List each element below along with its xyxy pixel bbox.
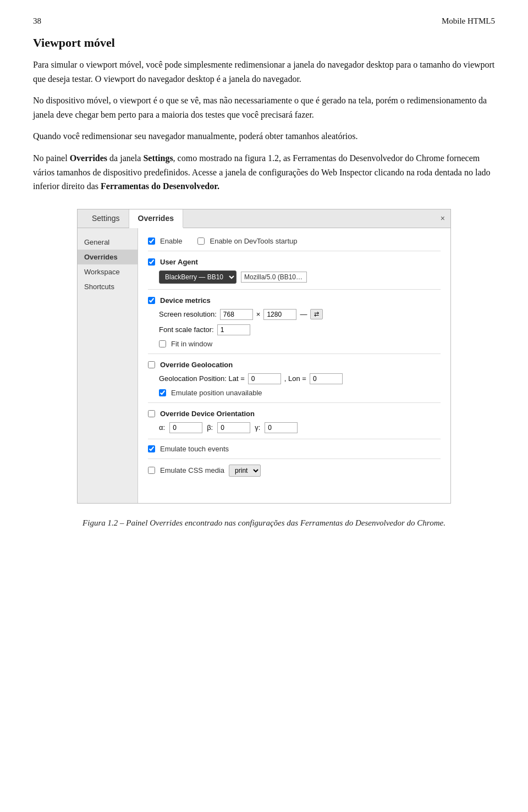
emulate-touch-label[interactable]: Emulate touch events — [148, 445, 229, 453]
enable-startup-text: Enable on DevTools startup — [210, 237, 297, 245]
enable-startup-checkbox[interactable] — [197, 237, 205, 245]
emulate-unavail-checkbox[interactable] — [159, 389, 166, 396]
ua-string: Mozilla/5.0 (BB10; Tou — [241, 272, 307, 283]
geoloc-pos-row: Geolocation Position: Lat = , Lon = — [159, 373, 441, 384]
close-button[interactable]: × — [441, 214, 445, 223]
font-scale-row: Font scale factor: — [159, 324, 441, 335]
emulate-touch-row: Emulate touch events — [148, 445, 441, 453]
emulate-touch-text: Emulate touch events — [160, 445, 229, 453]
enable-startup-label[interactable]: Enable on DevTools startup — [197, 237, 297, 245]
section-title: Viewport móvel — [33, 36, 495, 50]
settings-panel: × Settings Overrides General Overrides W… — [77, 209, 451, 504]
geoloc-lon-input[interactable] — [310, 373, 343, 384]
geoloc-lat-input[interactable] — [248, 373, 281, 384]
font-scale-input[interactable] — [217, 324, 250, 335]
paragraph-3: Quando você redimensionar seu navegador … — [33, 129, 495, 143]
figure-label: Figura 1.2 — [82, 518, 118, 527]
divider-5 — [148, 439, 441, 439]
fit-window-row: Fit in window — [159, 340, 441, 348]
geoloc-pos-label: Geolocation Position: Lat = — [159, 374, 245, 383]
fit-window-label[interactable]: Fit in window — [159, 340, 212, 348]
page-header: 38 Mobile HTML5 — [33, 16, 495, 26]
user-agent-checkbox[interactable] — [148, 258, 155, 266]
resolution-row: Screen resolution: × — ⇄ — [159, 309, 441, 320]
screen-res-label: Screen resolution: — [159, 310, 217, 318]
enable-row: Enable Enable on DevTools startup — [148, 237, 441, 245]
gamma-input[interactable] — [265, 422, 298, 433]
page-number: 38 — [33, 16, 41, 26]
geoloc-checkbox[interactable] — [148, 361, 155, 368]
figure-caption: Figura 1.2 – Painel Overrides encontrado… — [33, 517, 495, 529]
geoloc-lon-label: , Lon = — [284, 374, 306, 383]
bold-settings: Settings — [143, 153, 173, 163]
paragraph-2: No dispositivo móvel, o viewport é o que… — [33, 93, 495, 121]
emulate-unavail-label[interactable]: Emulate position unavailable — [159, 389, 262, 397]
paragraph-1: Para simular o viewport móvel, você pode… — [33, 58, 495, 86]
tab-settings[interactable]: Settings — [83, 209, 129, 228]
figure-text: – Painel Overrides encontrado nas config… — [118, 518, 446, 527]
divider-3 — [148, 353, 441, 354]
book-title: Mobile HTML5 — [442, 16, 495, 26]
user-agent-label: User Agent — [160, 258, 198, 266]
resolution-x-label: × — [256, 310, 261, 318]
sidebar-item-shortcuts[interactable]: Shortcuts — [78, 279, 138, 294]
fit-window-text: Fit in window — [171, 340, 212, 348]
panel-content: Enable Enable on DevTools startup User A… — [138, 228, 450, 503]
paragraph-4: No painel Overrides da janela Settings, … — [33, 151, 495, 194]
emulate-unavail-text: Emulate position unavailable — [171, 389, 262, 397]
font-scale-label: Font scale factor: — [159, 325, 214, 334]
orientation-checkbox[interactable] — [148, 410, 155, 417]
divider-1 — [148, 251, 441, 251]
bold-ferramentas: Ferramentas do Desenvolvedor. — [101, 181, 219, 191]
enable-text: Enable — [160, 237, 182, 245]
panel-body: General Overrides Workspace Shortcuts En… — [78, 228, 450, 503]
divider-4 — [148, 402, 441, 403]
orientation-section: Override Device Orientation — [148, 410, 441, 418]
alpha-input[interactable] — [169, 422, 202, 433]
sidebar-item-overrides[interactable]: Overrides — [78, 250, 138, 264]
enable-checkbox[interactable] — [148, 237, 155, 245]
device-metrics-section: Device metrics — [148, 296, 441, 305]
emulate-touch-checkbox[interactable] — [148, 445, 155, 452]
bold-overrides: Overrides — [70, 153, 107, 163]
geoloc-section: Override Geolocation — [148, 361, 441, 369]
tab-overrides[interactable]: Overrides — [129, 209, 183, 228]
resolution-width-input[interactable] — [220, 309, 253, 320]
enable-label[interactable]: Enable — [148, 237, 182, 245]
device-metrics-checkbox[interactable] — [148, 297, 155, 304]
css-media-dropdown[interactable]: print — [229, 465, 261, 477]
swap-button[interactable]: ⇄ — [310, 309, 323, 319]
sidebar-item-workspace[interactable]: Workspace — [78, 264, 138, 279]
geoloc-label: Override Geolocation — [160, 361, 233, 369]
alpha-label: α: — [159, 423, 165, 432]
user-agent-section: User Agent — [148, 258, 441, 266]
orientation-values-row: α: β: γ: — [159, 422, 441, 433]
divider-6 — [148, 459, 441, 459]
device-metrics-label: Device metrics — [160, 296, 211, 305]
emulate-css-label[interactable]: Emulate CSS media — [148, 466, 224, 474]
emulate-unavail-row: Emulate position unavailable — [159, 389, 441, 397]
fit-window-checkbox[interactable] — [159, 340, 166, 347]
orientation-label: Override Device Orientation — [160, 410, 255, 418]
gamma-label: γ: — [255, 423, 260, 432]
emulate-css-text: Emulate CSS media — [160, 466, 224, 474]
beta-input[interactable] — [217, 422, 250, 433]
device-dropdown[interactable]: BlackBerry — BB10 — [159, 270, 237, 284]
user-agent-row: BlackBerry — BB10 Mozilla/5.0 (BB10; Tou — [159, 270, 441, 284]
emulate-css-checkbox[interactable] — [148, 467, 155, 474]
divider-2 — [148, 289, 441, 290]
resolution-height-input[interactable] — [263, 309, 296, 320]
dash-label: — — [300, 310, 307, 318]
panel-sidebar: General Overrides Workspace Shortcuts — [78, 228, 138, 503]
beta-label: β: — [207, 423, 213, 432]
sidebar-item-general[interactable]: General — [78, 235, 138, 250]
emulate-css-row: Emulate CSS media print — [148, 465, 441, 477]
panel-tabs: Settings Overrides — [78, 209, 450, 228]
